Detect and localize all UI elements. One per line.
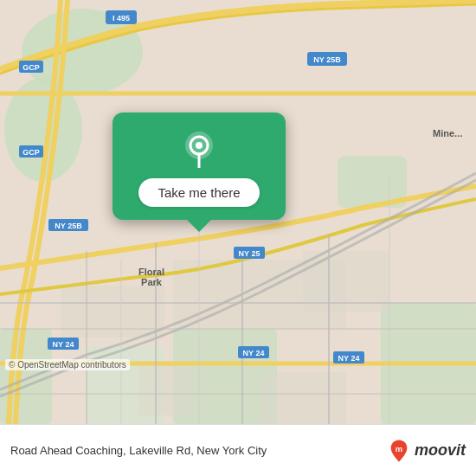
location-popup: Take me there [113, 113, 286, 220]
svg-text:I 495: I 495 [113, 14, 130, 23]
svg-text:m: m [396, 444, 402, 453]
location-pin-icon [180, 130, 218, 168]
svg-text:GCP: GCP [23, 63, 40, 72]
moovit-logo: m moovit [387, 439, 466, 463]
take-me-there-button[interactable]: Take me there [138, 178, 259, 207]
svg-text:Mine...: Mine... [433, 128, 462, 138]
moovit-wordmark: moovit [415, 441, 466, 460]
svg-text:NY 25B: NY 25B [313, 55, 341, 64]
svg-text:Park: Park [141, 277, 163, 287]
svg-text:Floral: Floral [138, 267, 164, 277]
svg-text:NY 24: NY 24 [243, 349, 265, 357]
bottom-bar: Road Ahead Coaching, Lakeville Rd, New Y… [0, 424, 476, 476]
location-text: Road Ahead Coaching, Lakeville Rd, New Y… [10, 444, 378, 457]
svg-point-48 [196, 142, 203, 149]
svg-text:NY 24: NY 24 [338, 354, 360, 363]
svg-rect-11 [138, 363, 190, 415]
svg-text:GCP: GCP [23, 148, 40, 157]
svg-rect-12 [260, 372, 346, 424]
moovit-pin-icon: m [387, 439, 411, 463]
svg-text:NY 25: NY 25 [239, 249, 261, 258]
svg-text:NY 25B: NY 25B [55, 222, 82, 230]
svg-rect-9 [61, 286, 164, 338]
map-container: I 495 NY 25B GCP GCP NY 25 NY 25B NY 25 … [0, 0, 476, 424]
map-attribution: © OpenStreetMap contributors [5, 359, 130, 370]
svg-text:NY 24: NY 24 [53, 340, 74, 349]
